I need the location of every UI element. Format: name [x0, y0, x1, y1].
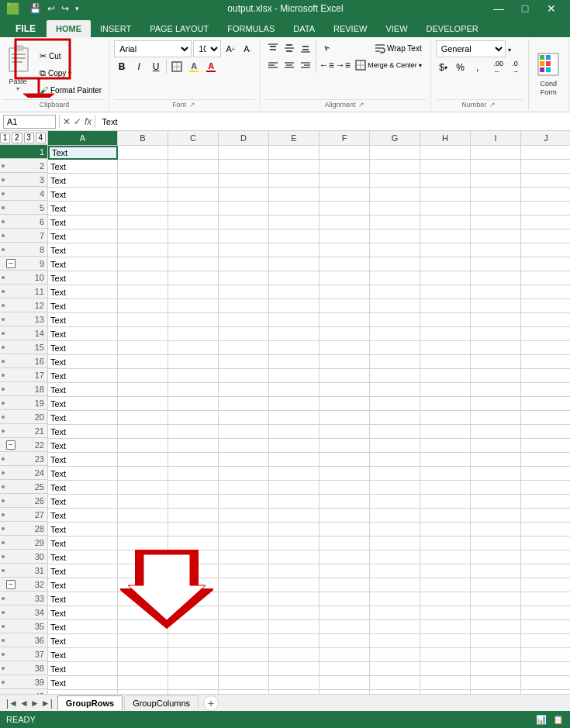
row-num-26[interactable]: 26 — [0, 494, 47, 508]
cell-J30[interactable] — [521, 550, 570, 564]
underline-button[interactable]: U — [148, 59, 164, 74]
cell-J8[interactable] — [521, 243, 570, 257]
cell-F19[interactable] — [320, 397, 370, 411]
cell-B16[interactable] — [118, 355, 168, 369]
align-center-button[interactable] — [282, 57, 297, 73]
cell-F18[interactable] — [320, 383, 370, 397]
cell-B1[interactable] — [118, 146, 168, 160]
cell-G34[interactable] — [370, 606, 420, 620]
cell-A34[interactable]: Text — [48, 606, 118, 620]
cell-C20[interactable] — [168, 411, 219, 425]
row-num-37[interactable]: 37 — [0, 647, 47, 661]
add-sheet-button[interactable]: + — [203, 695, 219, 711]
cell-A16[interactable]: Text — [48, 355, 118, 369]
cell-F13[interactable] — [320, 313, 370, 327]
cell-E38[interactable] — [269, 662, 320, 676]
cell-J23[interactable] — [521, 453, 570, 467]
cell-C32[interactable] — [168, 578, 219, 592]
cell-D13[interactable] — [219, 313, 269, 327]
cell-C12[interactable] — [168, 299, 219, 313]
cell-D19[interactable] — [219, 397, 269, 411]
cell-D33[interactable] — [219, 592, 269, 606]
cell-C4[interactable] — [168, 188, 219, 202]
cell-D12[interactable] — [219, 299, 269, 313]
sheet-nav-next[interactable]: ► — [30, 698, 40, 709]
cell-B3[interactable] — [118, 174, 168, 188]
cell-G7[interactable] — [370, 229, 420, 243]
cell-I11[interactable] — [471, 285, 521, 299]
cell-I13[interactable] — [471, 313, 521, 327]
cell-D29[interactable] — [219, 537, 269, 550]
cell-B9[interactable] — [118, 257, 168, 271]
cell-F5[interactable] — [320, 202, 370, 216]
cell-H18[interactable] — [420, 383, 471, 397]
cell-H6[interactable] — [420, 216, 471, 229]
cell-F31[interactable] — [320, 564, 370, 578]
col-header-i[interactable]: I — [471, 131, 521, 145]
cell-B2[interactable] — [118, 160, 168, 174]
cell-F34[interactable] — [320, 606, 370, 620]
cell-I1[interactable] — [471, 146, 521, 160]
row-num-15[interactable]: 15 — [0, 340, 47, 354]
cell-D36[interactable] — [219, 634, 269, 648]
cell-E39[interactable] — [269, 676, 320, 690]
cell-I18[interactable] — [471, 383, 521, 397]
cell-H36[interactable] — [420, 634, 471, 648]
cell-A33[interactable]: Text — [48, 592, 118, 606]
format-painter-button[interactable]: 🖌 Format Painter — [36, 82, 105, 98]
cell-E37[interactable] — [269, 648, 320, 662]
cell-E18[interactable] — [269, 383, 320, 397]
italic-button[interactable]: I — [131, 59, 147, 74]
cell-A17[interactable]: Text — [48, 369, 118, 383]
cell-B11[interactable] — [118, 285, 168, 299]
cell-D14[interactable] — [219, 327, 269, 341]
cell-I9[interactable] — [471, 257, 521, 271]
cell-H40[interactable] — [420, 690, 471, 694]
cell-J12[interactable] — [521, 299, 570, 313]
cell-A18[interactable]: Text — [48, 383, 118, 397]
cell-J35[interactable] — [521, 620, 570, 634]
cell-F38[interactable] — [320, 662, 370, 676]
tab-page-layout[interactable]: PAGE LAYOUT — [140, 20, 218, 37]
row-num-28[interactable]: 28 — [0, 522, 47, 536]
cell-I28[interactable] — [471, 523, 521, 537]
row-num-11[interactable]: 11 — [0, 285, 47, 298]
cell-E30[interactable] — [269, 550, 320, 564]
cell-A22[interactable]: Text — [48, 439, 118, 453]
cell-D25[interactable] — [219, 481, 269, 495]
cell-G9[interactable] — [370, 257, 420, 271]
bold-button[interactable]: B — [114, 59, 130, 74]
cell-F40[interactable] — [320, 690, 370, 694]
tab-formulas[interactable]: FORMULAS — [218, 20, 284, 37]
close-button[interactable]: ✕ — [539, 0, 564, 17]
cell-G20[interactable] — [370, 411, 420, 425]
redo-button[interactable]: ↪ — [59, 2, 71, 15]
cell-C28[interactable] — [168, 523, 219, 537]
cell-D21[interactable] — [219, 425, 269, 439]
save-button[interactable]: 💾 — [27, 2, 43, 15]
row-num-10[interactable]: 10 — [0, 271, 47, 285]
cell-D4[interactable] — [219, 188, 269, 202]
cell-J29[interactable] — [521, 537, 570, 550]
cell-H12[interactable] — [420, 299, 471, 313]
cell-J1[interactable] — [521, 146, 570, 160]
cell-F4[interactable] — [320, 188, 370, 202]
cell-G28[interactable] — [370, 523, 420, 537]
cell-I29[interactable] — [471, 537, 521, 550]
decrease-indent-button[interactable]: ←≡ — [319, 57, 334, 73]
cell-F14[interactable] — [320, 327, 370, 341]
cell-H1[interactable] — [420, 146, 471, 160]
cell-A26[interactable]: Text — [48, 495, 118, 509]
cell-G39[interactable] — [370, 676, 420, 690]
cell-G8[interactable] — [370, 243, 420, 257]
cell-C27[interactable] — [168, 509, 219, 523]
cell-J27[interactable] — [521, 509, 570, 523]
cell-J4[interactable] — [521, 188, 570, 202]
cell-A37[interactable]: Text — [48, 648, 118, 662]
cell-E28[interactable] — [269, 523, 320, 537]
cell-I26[interactable] — [471, 495, 521, 509]
number-format-expand[interactable]: ▾ — [508, 47, 511, 53]
name-box[interactable]: A1 — [3, 115, 56, 129]
cell-A38[interactable]: Text — [48, 662, 118, 676]
cell-J7[interactable] — [521, 229, 570, 243]
